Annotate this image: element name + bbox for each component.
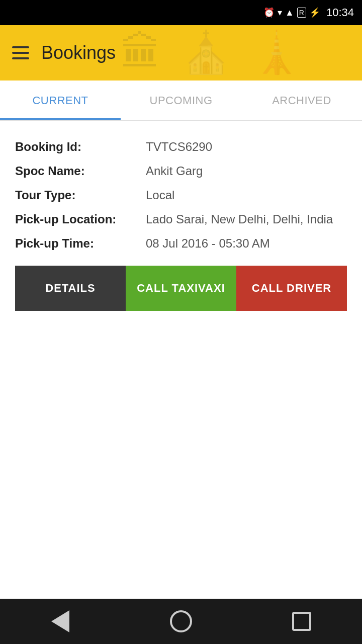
header-decoration: 🏛 ⛪ 🗼 — [111, 25, 362, 80]
deco-icon-3: 🗼 — [251, 29, 302, 76]
recents-icon — [292, 612, 311, 631]
recents-button[interactable] — [287, 606, 317, 636]
back-icon — [51, 610, 69, 632]
wifi-icon: ▾ — [278, 7, 282, 18]
field-pickup-time: Pick-up Time: 08 Jul 2016 - 05:30 AM — [15, 231, 347, 256]
tab-bar: CURRENT UPCOMING ARCHIVED — [0, 80, 362, 121]
signal-icon: ▲ — [285, 8, 294, 18]
app-header: 🏛 ⛪ 🗼 Bookings — [0, 25, 362, 80]
label-pickup-time: Pick-up Time: — [15, 236, 146, 251]
field-pickup-location: Pick-up Location: Lado Sarai, New Delhi,… — [15, 207, 347, 231]
field-tour-type: Tour Type: Local — [15, 183, 347, 207]
home-button[interactable] — [166, 606, 196, 636]
back-button[interactable] — [45, 606, 75, 636]
call-driver-button[interactable]: CALL DRIVER — [236, 266, 347, 311]
label-spoc-name: Spoc Name: — [15, 164, 146, 178]
roaming-icon: R — [297, 8, 306, 18]
field-booking-id: Booking Id: TVTCS6290 — [15, 135, 347, 159]
value-pickup-location: Lado Sarai, New Delhi, Delhi, India — [146, 212, 347, 226]
page-title: Bookings — [41, 42, 116, 63]
status-bar: ⏰ ▾ ▲ R ⚡ 10:34 — [0, 0, 362, 25]
call-taxivaxi-button[interactable]: CALL TAXIVAXI — [126, 266, 236, 311]
deco-icon-2: ⛪ — [181, 29, 231, 76]
value-spoc-name: Ankit Garg — [146, 164, 347, 178]
menu-button[interactable] — [12, 46, 29, 59]
alarm-icon: ⏰ — [263, 7, 275, 18]
battery-icon: ⚡ — [309, 7, 320, 18]
tab-archived[interactable]: ARCHIVED — [241, 80, 362, 120]
label-booking-id: Booking Id: — [15, 140, 146, 154]
status-icons: ⏰ ▾ ▲ R ⚡ — [263, 7, 320, 18]
tab-current[interactable]: CURRENT — [0, 80, 121, 120]
home-icon — [170, 610, 192, 632]
value-tour-type: Local — [146, 188, 347, 202]
field-spoc-name: Spoc Name: Ankit Garg — [15, 159, 347, 183]
status-time: 10:34 — [326, 6, 354, 19]
bottom-nav-bar — [0, 599, 362, 644]
deco-icon-1: 🏛 — [121, 30, 161, 76]
label-tour-type: Tour Type: — [15, 188, 146, 202]
details-button[interactable]: DETAILS — [15, 266, 126, 311]
value-booking-id: TVTCS6290 — [146, 140, 347, 154]
label-pickup-location: Pick-up Location: — [15, 212, 146, 226]
tab-upcoming[interactable]: UPCOMING — [121, 80, 241, 120]
value-pickup-time: 08 Jul 2016 - 05:30 AM — [146, 236, 347, 251]
action-buttons: DETAILS CALL TAXIVAXI CALL DRIVER — [15, 266, 347, 311]
booking-card: Booking Id: TVTCS6290 Spoc Name: Ankit G… — [0, 121, 362, 311]
